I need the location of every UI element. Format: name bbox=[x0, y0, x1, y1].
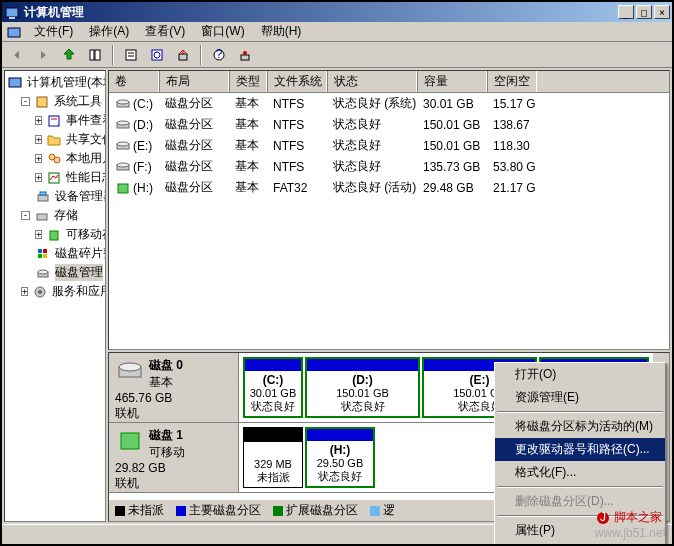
col-layout[interactable]: 布局 bbox=[159, 71, 229, 92]
expand-icon[interactable]: + bbox=[35, 135, 42, 144]
volume-list[interactable]: 卷 布局 类型 文件系统 状态 容量 空闲空 (C:)磁盘分区基本NTFS状态良… bbox=[108, 70, 670, 350]
expand-icon[interactable]: + bbox=[35, 116, 42, 125]
disk-info[interactable]: 磁盘 1可移动29.82 GB联机 bbox=[109, 423, 239, 492]
tree-root[interactable]: 计算机管理(本地) bbox=[7, 73, 103, 92]
event-icon bbox=[46, 113, 62, 129]
svg-rect-4 bbox=[95, 50, 100, 60]
svg-point-35 bbox=[117, 100, 129, 104]
svg-rect-21 bbox=[49, 173, 59, 183]
toolbar: ? bbox=[2, 42, 672, 68]
expand-icon[interactable]: + bbox=[35, 154, 42, 163]
volume-row[interactable]: (H:)磁盘分区基本FAT32状态良好 (活动)29.48 GB21.17 G bbox=[109, 177, 669, 198]
tree-storage[interactable]: - 存储 bbox=[7, 206, 103, 225]
properties-button[interactable] bbox=[120, 44, 142, 66]
svg-point-44 bbox=[119, 363, 141, 371]
removable-icon bbox=[46, 227, 62, 243]
disk-info[interactable]: 磁盘 0基本465.76 GB联机 bbox=[109, 353, 239, 422]
tree-devmgr[interactable]: 设备管理器 bbox=[7, 187, 103, 206]
cm-explore[interactable]: 资源管理(E) bbox=[495, 386, 665, 409]
svg-point-39 bbox=[117, 142, 129, 146]
tree-removable[interactable]: + 可移动存储 bbox=[7, 225, 103, 244]
settings-button[interactable] bbox=[234, 44, 256, 66]
cm-change-letter[interactable]: 更改驱动器号和路径(C)... bbox=[495, 438, 665, 461]
svg-point-20 bbox=[54, 157, 60, 163]
menu-action[interactable]: 操作(A) bbox=[81, 21, 137, 42]
svg-rect-45 bbox=[121, 433, 139, 449]
tools-icon bbox=[34, 94, 50, 110]
forward-button[interactable] bbox=[32, 44, 54, 66]
svg-rect-17 bbox=[49, 116, 59, 126]
tree-diskmgmt[interactable]: 磁盘管理 bbox=[7, 263, 103, 282]
tree-systools[interactable]: - 系统工具 bbox=[7, 92, 103, 111]
partition[interactable]: (D:)150.01 GB状态良好 bbox=[305, 357, 420, 418]
svg-rect-0 bbox=[6, 8, 18, 17]
col-capacity[interactable]: 容量 bbox=[417, 71, 487, 92]
col-filesystem[interactable]: 文件系统 bbox=[267, 71, 327, 92]
partition[interactable]: (H:)29.50 GB状态良好 bbox=[305, 427, 375, 488]
computer-icon bbox=[7, 75, 23, 91]
col-status[interactable]: 状态 bbox=[327, 71, 417, 92]
volume-row[interactable]: (D:)磁盘分区基本NTFS状态良好150.01 GB138.67 bbox=[109, 114, 669, 135]
tree-perflog[interactable]: + 性能日志和警报 bbox=[7, 168, 103, 187]
svg-rect-3 bbox=[90, 50, 94, 60]
menu-file[interactable]: 文件(F) bbox=[26, 21, 81, 42]
svg-point-14 bbox=[243, 51, 247, 55]
svg-rect-16 bbox=[37, 97, 47, 107]
collapse-icon[interactable]: - bbox=[21, 211, 30, 220]
menu-window[interactable]: 窗口(W) bbox=[193, 21, 252, 42]
collapse-icon[interactable]: - bbox=[21, 97, 30, 106]
volume-row[interactable]: (F:)磁盘分区基本NTFS状态良好135.73 GB53.80 G bbox=[109, 156, 669, 177]
cm-open[interactable]: 打开(O) bbox=[495, 363, 665, 386]
svg-rect-2 bbox=[8, 28, 20, 37]
export-button[interactable] bbox=[172, 44, 194, 66]
svg-rect-23 bbox=[40, 192, 46, 195]
titlebar: 计算机管理 _ □ × bbox=[2, 2, 672, 22]
svg-rect-26 bbox=[38, 249, 42, 253]
close-button[interactable]: × bbox=[654, 5, 670, 19]
users-icon bbox=[46, 151, 62, 167]
col-type[interactable]: 类型 bbox=[229, 71, 267, 92]
perflog-icon bbox=[46, 170, 62, 186]
partition[interactable]: (C:)30.01 GB状态良好 bbox=[243, 357, 303, 418]
tree-eventviewer[interactable]: + 事件查看器 bbox=[7, 111, 103, 130]
svg-point-41 bbox=[117, 163, 129, 167]
help-button[interactable]: ? bbox=[208, 44, 230, 66]
tree-defrag[interactable]: 磁盘碎片整理程序 bbox=[7, 244, 103, 263]
menu-view[interactable]: 查看(V) bbox=[137, 21, 193, 42]
device-icon bbox=[35, 189, 51, 205]
defrag-icon bbox=[35, 246, 51, 262]
navigation-tree[interactable]: 计算机管理(本地) - 系统工具 + 事件查看器 + 共享文件夹 + 本地用户和… bbox=[4, 70, 106, 522]
up-button[interactable] bbox=[58, 44, 80, 66]
menubar: 文件(F) 操作(A) 查看(V) 窗口(W) 帮助(H) bbox=[2, 22, 672, 42]
svg-rect-24 bbox=[37, 214, 47, 220]
svg-rect-42 bbox=[118, 184, 128, 193]
tree-users[interactable]: + 本地用户和组 bbox=[7, 149, 103, 168]
cm-format[interactable]: 格式化(F)... bbox=[495, 461, 665, 484]
col-freespace[interactable]: 空闲空 bbox=[487, 71, 537, 92]
minimize-button[interactable]: _ bbox=[618, 5, 634, 19]
tree-shared[interactable]: + 共享文件夹 bbox=[7, 130, 103, 149]
col-volume[interactable]: 卷 bbox=[109, 71, 159, 92]
menu-help[interactable]: 帮助(H) bbox=[253, 21, 310, 42]
expand-icon[interactable]: + bbox=[21, 287, 28, 296]
storage-icon bbox=[34, 208, 50, 224]
expand-icon[interactable]: + bbox=[35, 230, 42, 239]
volume-row[interactable]: (C:)磁盘分区基本NTFS状态良好 (系统)30.01 GB15.17 G bbox=[109, 93, 669, 114]
svg-rect-27 bbox=[43, 249, 47, 253]
svg-text:J: J bbox=[600, 510, 606, 524]
expand-icon[interactable]: + bbox=[35, 173, 42, 182]
volume-row[interactable]: (E:)磁盘分区基本NTFS状态良好150.01 GB118.30 bbox=[109, 135, 669, 156]
maximize-button[interactable]: □ bbox=[636, 5, 652, 19]
cm-mark-active[interactable]: 将磁盘分区标为活动的(M) bbox=[495, 415, 665, 438]
unallocated-space[interactable]: 329 MB未指派 bbox=[243, 427, 303, 488]
show-hide-button[interactable] bbox=[84, 44, 106, 66]
back-button[interactable] bbox=[6, 44, 28, 66]
diskmgmt-icon bbox=[35, 265, 51, 281]
svg-rect-13 bbox=[241, 55, 249, 60]
svg-rect-15 bbox=[9, 78, 21, 87]
svg-rect-1 bbox=[9, 17, 15, 19]
svg-text:?: ? bbox=[216, 48, 223, 61]
refresh-button[interactable] bbox=[146, 44, 168, 66]
svg-rect-22 bbox=[38, 195, 48, 201]
tree-services[interactable]: + 服务和应用程序 bbox=[7, 282, 103, 301]
